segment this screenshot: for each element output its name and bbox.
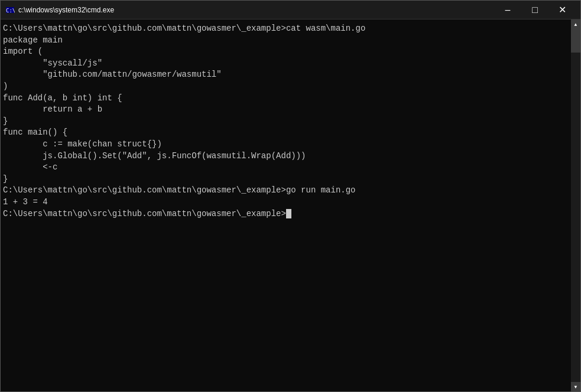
- cmd-window: C:\ c:\windows\system32\cmd.exe – □ ✕ C:…: [0, 0, 581, 392]
- cursor: [286, 209, 291, 218]
- window-controls: – □ ✕: [494, 1, 576, 19]
- terminal-line: package main: [3, 35, 569, 47]
- scrollbar-thumb[interactable]: [571, 29, 580, 53]
- cmd-icon: C:\: [5, 5, 15, 15]
- terminal-line: func main() {: [3, 127, 569, 139]
- maximize-button[interactable]: □: [521, 1, 548, 19]
- window-title: c:\windows\system32\cmd.exe: [18, 6, 494, 14]
- terminal-line: ): [3, 81, 569, 93]
- terminal-output[interactable]: C:\Users\mattn\go\src\github.com\mattn\g…: [1, 19, 571, 391]
- terminal-line: C:\Users\mattn\go\src\github.com\mattn\g…: [3, 185, 569, 197]
- terminal-line: return a + b: [3, 104, 569, 116]
- scrollbar-track: [571, 29, 580, 382]
- content-area: C:\Users\mattn\go\src\github.com\mattn\g…: [1, 19, 580, 391]
- terminal-line: c := make(chan struct{}): [3, 139, 569, 151]
- title-bar: C:\ c:\windows\system32\cmd.exe – □ ✕: [1, 1, 580, 19]
- terminal-line: }: [3, 116, 569, 128]
- terminal-line: 1 + 3 = 4: [3, 197, 569, 208]
- minimize-button[interactable]: –: [494, 1, 521, 19]
- terminal-line: "syscall/js": [3, 58, 569, 70]
- scrollbar[interactable]: ▲ ▼: [571, 19, 580, 391]
- terminal-line: C:\Users\mattn\go\src\github.com\mattn\g…: [3, 23, 569, 35]
- terminal-line: }: [3, 174, 569, 185]
- terminal-line: <-c: [3, 162, 569, 174]
- terminal-line: func Add(a, b int) int {: [3, 93, 569, 104]
- terminal-line: C:\Users\mattn\go\src\github.com\mattn\g…: [3, 208, 569, 220]
- terminal-line: import (: [3, 46, 569, 58]
- scroll-down-button[interactable]: ▼: [571, 382, 580, 391]
- terminal-line: js.Global().Set("Add", js.FuncOf(wasmuti…: [3, 151, 569, 162]
- scroll-up-button[interactable]: ▲: [571, 19, 580, 29]
- svg-text:C:\: C:\: [6, 8, 15, 14]
- close-button[interactable]: ✕: [548, 1, 576, 19]
- terminal-line: "github.com/mattn/gowasmer/wasmutil": [3, 69, 569, 81]
